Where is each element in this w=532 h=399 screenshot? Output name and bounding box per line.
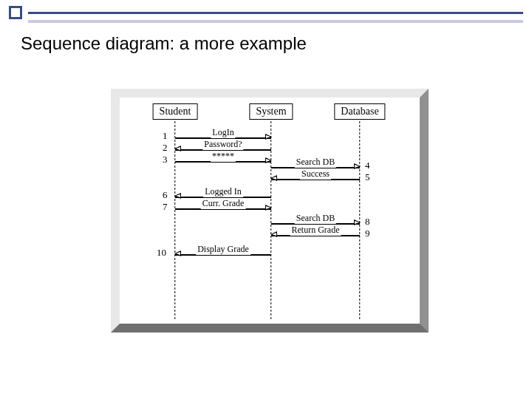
arrow-right-icon bbox=[265, 134, 272, 140]
msg-label: Display Grade bbox=[196, 244, 250, 255]
msg-returngrade: Return Grade bbox=[271, 226, 360, 238]
sequence-diagram: Student System Database LogIn 1 Password… bbox=[111, 89, 429, 332]
seq-num: 5 bbox=[365, 171, 370, 183]
arrow-left-icon bbox=[270, 175, 277, 181]
msg-label: Success bbox=[300, 168, 331, 180]
seq-num: 4 bbox=[365, 160, 370, 171]
seq-num: 1 bbox=[163, 130, 168, 142]
msg-label: Logged In bbox=[203, 186, 243, 197]
msg-label: LogIn bbox=[211, 127, 235, 138]
seq-num: 3 bbox=[163, 154, 168, 166]
msg-stars: ***** bbox=[175, 152, 271, 164]
msg-currgrade: Curr. Grade bbox=[175, 200, 271, 211]
arrow-left-icon bbox=[174, 193, 181, 199]
header-accent bbox=[0, 0, 532, 19]
seq-num: 2 bbox=[163, 142, 168, 154]
arrow-left-icon bbox=[270, 231, 277, 237]
msg-label: Curr. Grade bbox=[201, 198, 246, 209]
seq-num: 6 bbox=[163, 189, 168, 201]
slide-title: Sequence diagram: a more example bbox=[21, 33, 532, 54]
lifeline-system-head: System bbox=[249, 103, 293, 120]
arrow-left-icon bbox=[174, 250, 181, 256]
arrow-right-icon bbox=[354, 163, 361, 169]
msg-label: Return Grade bbox=[290, 225, 341, 236]
arrow-right-icon bbox=[265, 205, 272, 211]
msg-success: Success bbox=[271, 170, 360, 182]
msg-label: ***** bbox=[211, 151, 236, 162]
diagram-frame: Student System Database LogIn 1 Password… bbox=[111, 89, 429, 332]
arrow-left-icon bbox=[174, 146, 181, 151]
seq-num: 10 bbox=[157, 247, 166, 259]
seq-num: 9 bbox=[365, 228, 370, 239]
msg-label: Search DB bbox=[295, 157, 336, 168]
msg-displaygrade: Display Grade bbox=[175, 245, 271, 257]
accent-shadow bbox=[28, 20, 523, 23]
arrow-right-icon bbox=[354, 219, 361, 225]
msg-label: Search DB bbox=[295, 213, 336, 224]
msg-label: Password? bbox=[202, 139, 243, 150]
seq-num: 8 bbox=[365, 216, 370, 228]
diagram-canvas: Student System Database LogIn 1 Password… bbox=[120, 98, 420, 324]
accent-line bbox=[28, 12, 523, 14]
lifeline-student-head: Student bbox=[153, 103, 198, 120]
seq-num: 7 bbox=[163, 201, 168, 213]
bullet-square-icon bbox=[9, 6, 22, 19]
lifeline-database-head: Database bbox=[334, 103, 385, 120]
